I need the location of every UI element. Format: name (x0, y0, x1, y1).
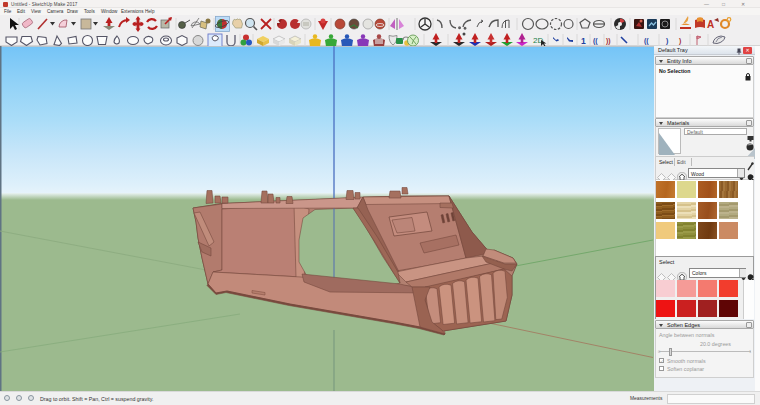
svg-text:((: (( (644, 37, 649, 45)
svg-text:A: A (707, 19, 714, 30)
svg-text:): ) (666, 37, 668, 45)
svg-text:)): )) (606, 37, 611, 45)
svg-text:1: 1 (581, 36, 586, 46)
svg-text:): ) (679, 37, 681, 45)
svg-text:((: (( (593, 37, 598, 45)
